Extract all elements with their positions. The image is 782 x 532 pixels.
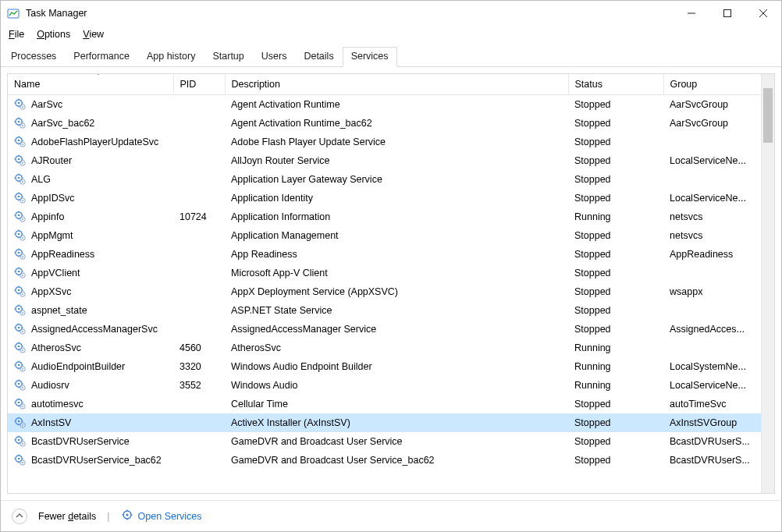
service-group: AarSvcGroup [663,95,774,115]
svg-point-142 [18,420,20,423]
menu-file[interactable]: File [9,29,24,40]
service-group: LocalServiceNe... [663,151,774,170]
service-group: netsvcs [663,207,774,226]
service-name-cell[interactable]: AppVClient [8,264,173,282]
service-name-cell[interactable]: AssignedAccessManagerSvc [8,320,173,339]
fewer-details-link[interactable]: Fewer details [38,511,96,522]
service-gear-icon [14,154,27,167]
service-name-cell[interactable]: BcastDVRUserService [8,432,173,451]
service-name-cell[interactable]: AxInstSV [8,413,173,432]
titlebar: Task Manager [1,1,781,26]
menu-options[interactable]: Options [37,29,70,40]
service-gear-icon [14,435,27,448]
service-name: AxInstSV [31,417,71,428]
service-status: Stopped [568,114,663,133]
service-description: AllJoyn Router Service [225,151,568,170]
service-row[interactable]: AudioEndpointBuilder3320Windows Audio En… [8,357,774,376]
service-row[interactable]: AtherosSvc4560AtherosSvcRunning [8,339,774,357]
service-gear-icon [14,229,27,242]
service-name-cell[interactable]: AppIDSvc [8,189,173,207]
column-header-name[interactable]: Name ˄ [8,74,173,95]
service-pid [173,301,225,320]
vertical-scrollbar[interactable] [761,74,774,493]
menubar: File Options View [1,26,781,43]
service-group [663,301,774,320]
service-row[interactable]: Appinfo10724Application InformationRunni… [8,207,774,226]
tab-users[interactable]: Users [253,47,296,67]
svg-point-52 [22,200,23,201]
tab-app-history[interactable]: App history [138,47,204,67]
service-group: BcastDVRUserS... [663,451,774,470]
service-description: Cellular Time [225,395,568,413]
service-row[interactable]: AdobeFlashPlayerUpdateSvcAdobe Flash Pla… [8,133,774,151]
service-gear-icon [14,117,27,129]
service-group [663,170,774,189]
service-row[interactable]: AJRouterAllJoyn Router ServiceStoppedLoc… [8,151,774,170]
service-name-cell[interactable]: AppReadiness [8,245,173,264]
service-gear-icon [14,304,27,317]
svg-point-132 [22,387,23,388]
column-header-pid[interactable]: PID [173,74,225,95]
tab-performance[interactable]: Performance [65,47,138,67]
service-name-cell[interactable]: ALG [8,170,173,189]
services-link-icon [121,509,133,523]
service-name-cell[interactable]: AdobeFlashPlayerUpdateSvc [8,133,173,151]
service-row[interactable]: AxInstSVActiveX Installer (AxInstSV)Stop… [8,413,774,432]
service-row[interactable]: AppReadinessApp ReadinessStoppedAppReadi… [8,245,774,264]
service-status: Stopped [568,226,663,245]
service-status: Running [568,357,663,376]
service-name: Audiosrv [31,380,69,391]
service-pid: 10724 [173,207,225,226]
collapse-chevron-icon[interactable] [12,509,27,524]
svg-point-164 [22,462,23,463]
service-row[interactable]: ALGApplication Layer Gateway ServiceStop… [8,170,774,189]
tab-processes[interactable]: Processes [2,47,65,67]
tab-services[interactable]: Services [343,47,397,67]
service-name-cell[interactable]: Audiosrv [8,376,173,395]
service-row[interactable]: AarSvcAgent Activation RuntimeStoppedAar… [8,95,774,115]
task-manager-window: Task Manager File Options View Processes… [0,0,782,532]
svg-point-6 [18,102,20,105]
service-row[interactable]: AppMgmtApplication ManagementStoppednets… [8,226,774,245]
services-grid[interactable]: Name ˄ PID Description Status Group AarS… [8,74,774,493]
service-row[interactable]: AppVClientMicrosoft App-V ClientStopped [8,264,774,282]
column-header-desc[interactable]: Description [225,74,568,95]
service-name-cell[interactable]: AudioEndpointBuilder [8,357,173,376]
service-row[interactable]: Audiosrv3552Windows AudioRunningLocalSer… [8,376,774,395]
service-status: Running [568,339,663,357]
service-row[interactable]: AppXSvcAppX Deployment Service (AppXSVC)… [8,282,774,301]
service-name-cell[interactable]: BcastDVRUserService_bac62 [8,451,173,470]
service-name-cell[interactable]: AJRouter [8,151,173,170]
tabstrip: ProcessesPerformanceApp historyStartupUs… [1,43,781,67]
service-name-cell[interactable]: aspnet_state [8,301,173,320]
column-header-group[interactable]: Group [663,74,774,95]
svg-point-110 [18,346,20,348]
menu-view[interactable]: View [83,29,104,40]
service-name-cell[interactable]: AtherosSvc [8,339,173,357]
column-header-status[interactable]: Status [568,74,663,95]
service-name-cell[interactable]: AarSvc [8,95,173,114]
open-services-link[interactable]: Open Services [138,511,202,522]
service-gear-icon [14,454,27,466]
maximize-button[interactable] [709,1,745,26]
service-name-cell[interactable]: autotimesvc [8,395,173,413]
service-group: AarSvcGroup [663,114,774,133]
service-name-cell[interactable]: AarSvc_bac62 [8,114,173,133]
service-row[interactable]: BcastDVRUserServiceGameDVR and Broadcast… [8,432,774,451]
minimize-button[interactable] [674,1,709,26]
service-row[interactable]: autotimesvcCellular TimeStoppedautoTimeS… [8,395,774,413]
service-row[interactable]: AarSvc_bac62Agent Activation Runtime_bac… [8,114,774,133]
service-name: AppReadiness [31,249,94,260]
service-name-cell[interactable]: Appinfo [8,207,173,226]
close-button[interactable] [745,1,781,26]
service-name-cell[interactable]: AppMgmt [8,226,173,245]
service-row[interactable]: BcastDVRUserService_bac62GameDVR and Bro… [8,451,774,470]
service-row[interactable]: AssignedAccessManagerSvcAssignedAccessMa… [8,320,774,339]
service-name-cell[interactable]: AppXSvc [8,282,173,301]
service-row[interactable]: aspnet_stateASP.NET State ServiceStopped [8,301,774,320]
tab-startup[interactable]: Startup [204,47,252,67]
tab-details[interactable]: Details [295,47,342,67]
service-row[interactable]: AppIDSvcApplication IdentityStoppedLocal… [8,189,774,207]
service-name: BcastDVRUserService [31,436,130,447]
scrollbar-thumb[interactable] [763,88,773,143]
